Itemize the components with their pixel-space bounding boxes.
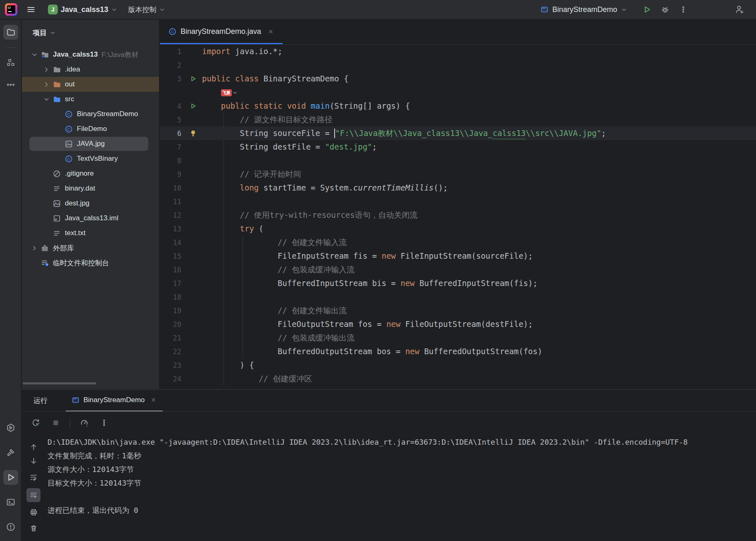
rerun-button[interactable] — [29, 416, 43, 429]
scroll-down-button[interactable] — [26, 454, 40, 468]
print-button[interactable] — [26, 505, 40, 519]
chevron-down-icon[interactable] — [41, 96, 51, 103]
code-area[interactable]: 1import java.io.*;23public class BinaryS… — [160, 45, 756, 389]
line-number[interactable]: 16 — [160, 266, 184, 274]
run-line-icon[interactable] — [184, 102, 202, 110]
code-line[interactable]: 20 FileOutputStream fos = new FileOutput… — [160, 317, 756, 331]
code-line[interactable]: 5 // 源文件和目标文件路径 — [160, 113, 756, 126]
line-number[interactable]: 18 — [160, 293, 184, 301]
close-icon[interactable] — [150, 396, 157, 403]
tool-terminal-button[interactable] — [3, 495, 18, 510]
project-widget[interactable]: J Java_calss13 — [45, 2, 121, 17]
tree-item-textvsbinary[interactable]: CTextVsBinary — [22, 151, 159, 166]
code-line[interactable]: 4 public static void main(String[] args)… — [160, 99, 756, 113]
code-line[interactable]: 13 try ( — [160, 222, 756, 236]
tool-more-button[interactable] — [3, 77, 18, 92]
tree-item--[interactable]: 外部库 — [22, 241, 159, 255]
line-number[interactable]: 4 — [160, 102, 184, 110]
main-menu-button[interactable] — [23, 2, 39, 17]
profiler-button[interactable] — [78, 416, 91, 429]
tree-item-java-calss13-iml[interactable]: Java_calss13.iml — [22, 211, 159, 226]
project-panel-header[interactable]: 项目 — [22, 20, 159, 45]
tree-item-filedemo[interactable]: CFileDemo — [22, 122, 159, 136]
code-line[interactable]: 18 — [160, 290, 756, 304]
chevron-down-icon[interactable] — [29, 51, 39, 58]
chevron-right-icon[interactable] — [41, 66, 51, 73]
code-with-me-button[interactable] — [732, 2, 747, 17]
run-configuration-selector[interactable]: BinaryStreamDemo — [540, 5, 627, 14]
line-number[interactable]: 12 — [160, 211, 184, 219]
horizontal-scrollbar[interactable] — [23, 382, 96, 384]
run-button[interactable] — [640, 2, 654, 17]
code-line[interactable]: 6 String sourceFile = "F:\\Java教材\\Java_… — [160, 126, 756, 140]
tree-item-java-jpg[interactable]: JAVA.jpg — [22, 136, 159, 151]
tree-item-src[interactable]: src — [22, 92, 159, 107]
tree-item-text-txt[interactable]: text.txt — [22, 226, 159, 241]
chevron-down-icon[interactable] — [232, 90, 238, 96]
close-icon[interactable] — [267, 28, 274, 35]
code-line[interactable]: 25 byte[] buffer = new byte[1024]; — [160, 386, 756, 389]
line-number[interactable]: 13 — [160, 225, 184, 233]
clear-console-button[interactable] — [26, 521, 40, 535]
line-number[interactable]: 14 — [160, 238, 184, 247]
run-tab[interactable]: BinaryStreamDemo — [66, 390, 163, 412]
line-number[interactable]: 20 — [160, 320, 184, 329]
plugin-inlay-badge[interactable]: 飞算 — [221, 89, 232, 96]
code-line[interactable]: 1import java.io.*; — [160, 45, 756, 58]
tool-build-button[interactable] — [3, 445, 18, 460]
code-line[interactable]: 9 // 记录开始时间 — [160, 167, 756, 181]
line-number[interactable]: 1 — [160, 48, 184, 56]
tree-item-dest-jpg[interactable]: dest.jpg — [22, 196, 159, 211]
line-number[interactable]: 3 — [160, 75, 184, 83]
chevron-right-icon[interactable] — [29, 245, 39, 252]
tree-item-binary-dat[interactable]: binary.dat — [22, 181, 159, 196]
line-number[interactable]: 22 — [160, 348, 184, 356]
code-line[interactable]: 15 FileInputStream fis = new FileInputSt… — [160, 249, 756, 263]
tree-item--gitignore[interactable]: .gitignore — [22, 166, 159, 181]
code-line[interactable]: 19 // 创建文件输出流 — [160, 304, 756, 317]
line-number[interactable]: 19 — [160, 307, 184, 315]
line-number[interactable]: 9 — [160, 170, 184, 179]
code-line[interactable]: 23 ) { — [160, 358, 756, 372]
line-number[interactable]: 8 — [160, 157, 184, 165]
code-line[interactable]: 21 // 包装成缓冲输出流 — [160, 331, 756, 345]
code-line[interactable]: 24 // 创建缓冲区 — [160, 372, 756, 386]
code-line[interactable]: 7 String destFile = "dest.jpg"; — [160, 140, 756, 154]
soft-wrap-button[interactable] — [26, 470, 40, 484]
line-number[interactable]: 10 — [160, 184, 184, 192]
tree-item--idea[interactable]: .idea — [22, 62, 159, 77]
tool-project-button[interactable] — [3, 25, 18, 40]
tree-item-out[interactable]: out — [22, 77, 159, 92]
code-line[interactable]: 14 // 创建文件输入流 — [160, 236, 756, 249]
line-number[interactable]: 24 — [160, 375, 184, 383]
vcs-widget[interactable]: 版本控制 — [125, 2, 169, 17]
inlay-hint-line[interactable]: 飞算 — [160, 86, 756, 99]
scroll-to-end-button[interactable] — [26, 488, 40, 502]
chevron-right-icon[interactable] — [41, 81, 51, 88]
tool-structure-button[interactable] — [3, 55, 18, 70]
tree-item-java-calss13[interactable]: Java_calss13F:\Java教材 — [22, 47, 159, 62]
more-actions-button[interactable] — [676, 2, 691, 17]
line-number[interactable]: 6 — [160, 129, 184, 138]
tree-item--[interactable]: 临时文件和控制台 — [22, 255, 159, 270]
line-number[interactable]: 2 — [160, 61, 184, 69]
stop-button[interactable] — [49, 416, 62, 429]
scroll-up-button[interactable] — [26, 440, 40, 454]
tree-item-binarystreamdemo[interactable]: CBinaryStreamDemo — [22, 107, 159, 122]
tool-services-button[interactable] — [3, 420, 18, 435]
run-line-icon[interactable] — [184, 75, 202, 83]
code-line[interactable]: 8 — [160, 154, 756, 167]
code-line[interactable]: 3public class BinaryStreamDemo { — [160, 72, 756, 86]
line-number[interactable]: 7 — [160, 143, 184, 151]
line-number[interactable]: 15 — [160, 252, 184, 260]
editor-tab[interactable]: C BinaryStreamDemo.java — [160, 20, 283, 44]
lightbulb-icon[interactable] — [184, 129, 202, 137]
code-line[interactable]: 10 long startTime = System.currentTimeMi… — [160, 181, 756, 195]
code-line[interactable]: 11 — [160, 195, 756, 208]
code-line[interactable]: 2 — [160, 58, 756, 72]
line-number[interactable]: 17 — [160, 279, 184, 288]
code-line[interactable]: 17 BufferedInputStream bis = new Buffere… — [160, 276, 756, 290]
line-number[interactable]: 11 — [160, 198, 184, 206]
tool-problems-button[interactable] — [3, 520, 18, 534]
line-number[interactable]: 25 — [160, 388, 184, 389]
